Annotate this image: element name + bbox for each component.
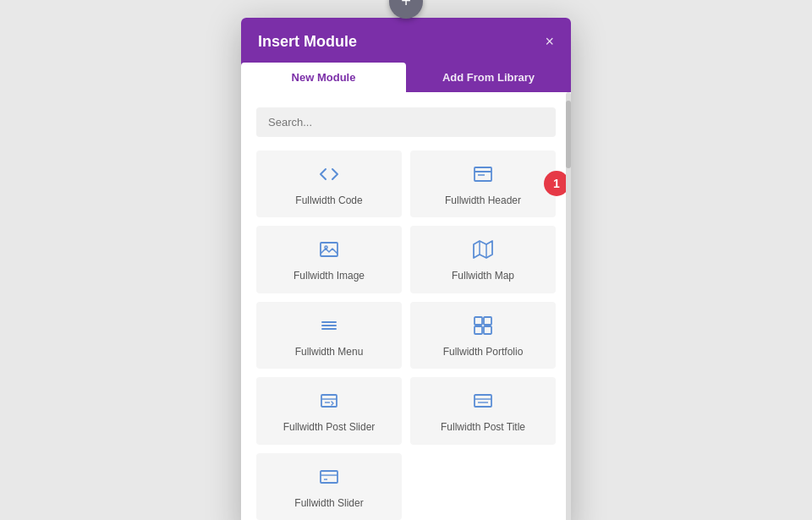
module-item-fullwidth-code[interactable]: Fullwidth Code <box>256 151 402 218</box>
module-label: Fullwidth Menu <box>295 346 364 359</box>
post-slider-icon <box>319 391 339 414</box>
add-module-button[interactable]: + <box>389 0 423 19</box>
svg-rect-18 <box>475 395 491 407</box>
post-title-icon <box>473 391 493 414</box>
module-item-fullwidth-portfolio[interactable]: Fullwidth Portfolio <box>410 302 556 369</box>
module-item-fullwidth-map[interactable]: Fullwidth Map <box>410 226 556 293</box>
tab-add-from-library[interactable]: Add From Library <box>406 63 571 92</box>
svg-rect-21 <box>321 471 337 483</box>
module-item-fullwidth-slider[interactable]: Fullwidth Slider <box>256 453 402 520</box>
module-item-fullwidth-header[interactable]: Fullwidth Header 1 <box>410 151 556 218</box>
module-item-fullwidth-post-slider[interactable]: Fullwidth Post Slider <box>256 377 402 445</box>
header-icon <box>473 164 493 188</box>
svg-rect-3 <box>321 243 337 256</box>
module-label: Fullwidth Image <box>294 270 365 283</box>
code-icon <box>319 164 339 188</box>
scrollbar-track[interactable] <box>566 92 571 520</box>
insert-module-modal: Insert Module × New Module Add From Libr… <box>241 18 571 520</box>
portfolio-icon <box>473 315 493 339</box>
svg-rect-11 <box>475 317 482 325</box>
module-item-fullwidth-image[interactable]: Fullwidth Image <box>256 226 402 293</box>
module-label: Fullwidth Post Slider <box>283 421 376 435</box>
svg-rect-14 <box>484 326 491 334</box>
map-icon <box>473 239 493 263</box>
modal-header: Insert Module × <box>241 18 571 63</box>
svg-rect-15 <box>321 395 337 407</box>
module-item-fullwidth-menu[interactable]: Fullwidth Menu <box>256 302 402 369</box>
modules-grid: Fullwidth Code Fullwidth Header <box>256 151 556 520</box>
image-icon <box>319 239 339 263</box>
modal-title: Insert Module <box>258 33 357 63</box>
svg-rect-12 <box>484 317 491 325</box>
tab-new-module[interactable]: New Module <box>241 63 406 92</box>
page-wrapper: + Insert Module × New Module Add From Li… <box>241 0 571 520</box>
module-label: Fullwidth Map <box>452 270 514 283</box>
module-label: Fullwidth Post Title <box>441 421 525 435</box>
svg-marker-5 <box>474 241 492 258</box>
plus-icon: + <box>401 0 411 11</box>
svg-rect-0 <box>475 167 491 181</box>
module-label: Fullwidth Header <box>445 194 521 208</box>
menu-icon <box>319 315 339 339</box>
slider-icon <box>319 467 339 490</box>
scrollbar-thumb[interactable] <box>566 101 571 168</box>
module-label: Fullwidth Code <box>295 194 362 208</box>
module-item-fullwidth-post-title[interactable]: Fullwidth Post Title <box>410 377 556 445</box>
modal-body: Fullwidth Code Fullwidth Header <box>241 92 571 520</box>
search-input[interactable] <box>256 107 556 137</box>
modal-tabs: New Module Add From Library <box>241 63 571 92</box>
svg-rect-13 <box>475 326 482 334</box>
module-label: Fullwidth Slider <box>294 497 363 511</box>
close-button[interactable]: × <box>545 34 554 61</box>
module-label: Fullwidth Portfolio <box>443 346 524 359</box>
